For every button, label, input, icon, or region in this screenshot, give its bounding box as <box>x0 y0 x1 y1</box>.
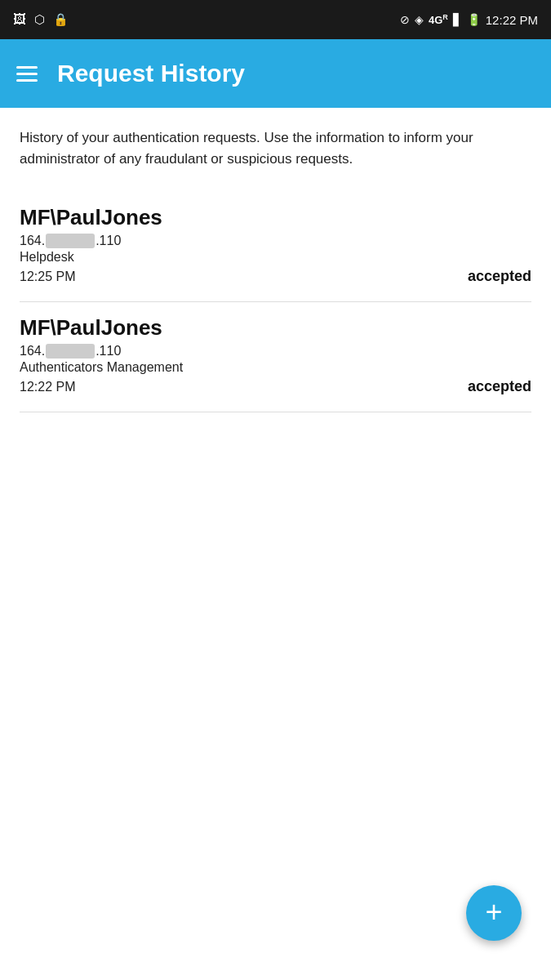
add-fab-button[interactable]: + <box>466 885 522 941</box>
status-bar-left: 🖼 ⬡ 🔒 <box>13 12 69 27</box>
plus-icon: + <box>485 898 502 927</box>
wifi-icon: ◈ <box>415 13 424 26</box>
request-service-1: Helpdesk <box>20 250 531 265</box>
status-time: 12:22 PM <box>486 13 538 27</box>
description-text: History of your authentication requests.… <box>20 127 531 169</box>
hamburger-line-2 <box>16 73 38 75</box>
ip-redacted-2 <box>46 344 95 359</box>
request-ip-1: 164. .110 <box>20 234 531 248</box>
request-time-2: 12:22 PM <box>20 380 75 394</box>
battery-icon: 🔋 <box>467 13 481 26</box>
usb-icon: ⬡ <box>34 12 45 27</box>
main-content: History of your authentication requests.… <box>0 108 551 412</box>
ip-suffix-2: .110 <box>96 344 121 359</box>
app-bar: Request History <box>0 39 551 108</box>
request-ip-2: 164. .110 <box>20 344 531 359</box>
ip-redacted-1 <box>46 234 95 248</box>
hamburger-line-1 <box>16 66 38 69</box>
ip-suffix-1: .110 <box>96 234 121 248</box>
page-title: Request History <box>57 60 245 87</box>
request-footer-1: 12:25 PM accepted <box>20 268 531 285</box>
request-status-1: accepted <box>468 268 531 285</box>
request-footer-2: 12:22 PM accepted <box>20 378 531 395</box>
request-time-1: 12:25 PM <box>20 270 75 284</box>
screen-icon: 🖼 <box>13 12 26 27</box>
request-service-2: Authenticators Management <box>20 360 531 375</box>
status-bar: 🖼 ⬡ 🔒 ⊘ ◈ 4GR ▋ 🔋 12:22 PM <box>0 0 551 39</box>
request-item-1[interactable]: MF\PaulJones 164. .110 Helpdesk 12:25 PM… <box>20 192 531 302</box>
network-icon: 4GR <box>429 13 448 26</box>
request-user-2: MF\PaulJones <box>20 315 531 341</box>
lock-icon: 🔒 <box>53 12 69 27</box>
ip-prefix-2: 164. <box>20 344 45 359</box>
ip-prefix-1: 164. <box>20 234 45 248</box>
request-item-2[interactable]: MF\PaulJones 164. .110 Authenticators Ma… <box>20 302 531 412</box>
status-bar-right: ⊘ ◈ 4GR ▋ 🔋 12:22 PM <box>400 13 538 27</box>
request-status-2: accepted <box>468 378 531 395</box>
signal-bars-icon: ▋ <box>453 13 462 26</box>
hamburger-line-3 <box>16 79 38 82</box>
hamburger-menu-button[interactable] <box>16 66 38 82</box>
no-signal-icon: ⊘ <box>400 13 410 26</box>
request-user-1: MF\PaulJones <box>20 205 531 230</box>
